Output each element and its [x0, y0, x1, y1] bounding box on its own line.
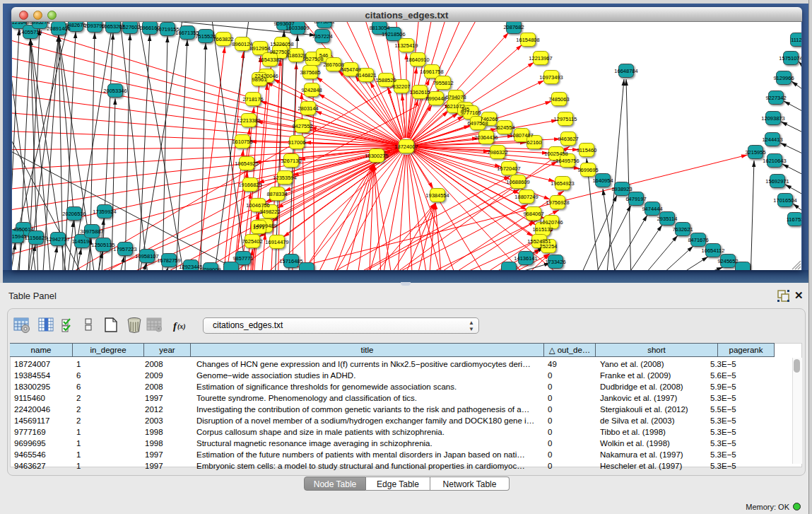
svg-text:1615132: 1615132	[532, 226, 553, 233]
svg-text:9245652: 9245652	[717, 258, 738, 264]
svg-text:17016504: 17016504	[773, 197, 796, 204]
svg-text:12505135: 12505135	[91, 242, 114, 248]
svg-text:1571: 1571	[253, 224, 265, 230]
svg-text:62160: 62160	[527, 139, 542, 146]
svg-text:9463627: 9463627	[558, 136, 578, 142]
svg-text:1145194: 1145194	[72, 238, 93, 245]
svg-text:18807249: 18807249	[514, 194, 538, 200]
svg-text:6479197: 6479197	[625, 196, 646, 202]
svg-text:116753: 116753	[787, 216, 801, 223]
svg-text:3215955: 3215955	[745, 149, 765, 156]
svg-text:2935114: 2935114	[657, 216, 678, 222]
svg-text:30975887: 30975887	[80, 228, 103, 235]
svg-text:16914479: 16914479	[265, 239, 288, 245]
svg-text:9777169: 9777169	[460, 110, 481, 116]
svg-text:12213382: 12213382	[237, 117, 260, 124]
svg-text:3498222: 3498222	[259, 209, 280, 215]
svg-text:1588520: 1588520	[375, 77, 396, 83]
svg-text:16648784: 16648784	[614, 68, 637, 74]
svg-text:3624554: 3624554	[494, 124, 514, 131]
svg-text:9699695: 9699695	[577, 167, 598, 173]
svg-text:8938923: 8938923	[611, 186, 632, 192]
svg-text:10973493: 10973493	[539, 74, 563, 81]
svg-text:12942737: 12942737	[46, 236, 69, 243]
svg-text:8427552: 8427552	[292, 123, 312, 129]
svg-text:7485063: 7485063	[548, 96, 569, 103]
svg-text:20053346: 20053346	[103, 88, 126, 94]
svg-text:9684067: 9684067	[523, 211, 543, 217]
svg-text:8912954: 8912954	[249, 45, 270, 52]
svg-text:19654925: 19654925	[235, 160, 258, 167]
svg-text:19218506: 19218506	[382, 31, 405, 37]
svg-text:16543382: 16543382	[258, 57, 281, 63]
svg-text:9482676: 9482676	[65, 22, 86, 28]
svg-text:16495756: 16495756	[555, 158, 579, 164]
svg-text:4350614: 4350614	[13, 226, 33, 233]
svg-text:9242848: 9242848	[301, 87, 322, 93]
svg-text:9474444: 9474444	[642, 206, 662, 212]
svg-text:8813054: 8813054	[369, 25, 389, 31]
svg-text:16154808: 16154808	[516, 37, 539, 43]
svg-text:7625402: 7625402	[242, 238, 262, 245]
svg-text:10807487: 10807487	[510, 132, 533, 139]
svg-text:15226058: 15226058	[270, 41, 293, 47]
svg-text:7632621: 7632621	[672, 226, 693, 233]
svg-text:16782759: 16782759	[157, 257, 180, 264]
svg-text:546: 546	[319, 52, 329, 59]
svg-text:20206536: 20206536	[62, 211, 86, 217]
svg-text:17957223: 17957223	[113, 246, 136, 252]
svg-text:19654923: 19654923	[551, 180, 574, 187]
svg-text:16033809: 16033809	[286, 25, 309, 31]
svg-text:8471676: 8471676	[688, 237, 708, 243]
svg-text:2718176: 2718176	[242, 96, 263, 103]
svg-text:11124: 11124	[791, 37, 801, 43]
svg-text:10025458: 10025458	[544, 151, 567, 157]
svg-text:6794078: 6794078	[445, 94, 466, 100]
svg-text:16961758: 16961758	[420, 69, 443, 75]
svg-text:8973041: 8973041	[314, 22, 334, 25]
svg-text:18640910: 18640910	[406, 57, 429, 63]
svg-text:7955812: 7955812	[433, 80, 453, 86]
svg-text:15716485: 15716485	[279, 258, 302, 264]
svg-text:8878334: 8878334	[266, 191, 287, 197]
svg-text:7357224: 7357224	[312, 33, 332, 40]
svg-text:18300275: 18300275	[365, 153, 388, 159]
svg-text:3875685: 3875685	[300, 69, 320, 76]
svg-text:(x): (x)	[177, 322, 186, 331]
svg-text:19384554: 19384554	[425, 192, 449, 199]
svg-text:9799009: 9799009	[200, 267, 220, 270]
svg-text:1733426: 1733426	[545, 259, 565, 265]
svg-text:9129966: 9129966	[773, 75, 794, 81]
svg-text:10120746: 10120746	[539, 219, 563, 226]
svg-text:19756928: 19756928	[546, 199, 569, 206]
svg-text:9857771: 9857771	[233, 255, 253, 262]
svg-text:12975115: 12975115	[554, 116, 577, 122]
svg-text:8990448: 8990448	[425, 95, 446, 102]
svg-text:18724007: 18724007	[394, 144, 418, 150]
svg-text:12923445: 12923445	[179, 264, 202, 270]
svg-text:14136141: 14136141	[514, 255, 537, 262]
svg-text:19166825: 19166825	[238, 182, 261, 188]
svg-text:98961: 98961	[252, 76, 267, 83]
svg-text:14055714: 14055714	[18, 29, 42, 35]
svg-text:15692971: 15692971	[765, 178, 789, 185]
svg-text:10046756: 10046756	[246, 202, 269, 209]
svg-text:1362615: 1362615	[409, 89, 430, 95]
svg-text:10688609: 10688609	[506, 179, 529, 185]
svg-text:12213967: 12213967	[529, 55, 552, 62]
svg-text:1610755: 1610755	[232, 139, 252, 145]
svg-text:832207: 832207	[392, 83, 410, 90]
svg-text:1527602: 1527602	[119, 24, 140, 30]
svg-text:11325419: 11325419	[395, 42, 418, 49]
svg-text:11156829: 11156829	[25, 235, 47, 241]
svg-text:12353594: 12353594	[273, 175, 296, 181]
svg-text:2803144: 2803144	[298, 105, 318, 112]
svg-text:2121649: 2121649	[12, 22, 30, 25]
svg-text:1244413: 1244413	[762, 136, 782, 143]
svg-text:317006: 317006	[288, 139, 305, 146]
svg-text:746266: 746266	[480, 116, 498, 122]
svg-text:7986322: 7986322	[487, 149, 507, 156]
svg-text:7663822: 7663822	[213, 36, 233, 42]
svg-text:15751074: 15751074	[779, 55, 801, 62]
svg-text:17359924: 17359924	[93, 209, 116, 215]
